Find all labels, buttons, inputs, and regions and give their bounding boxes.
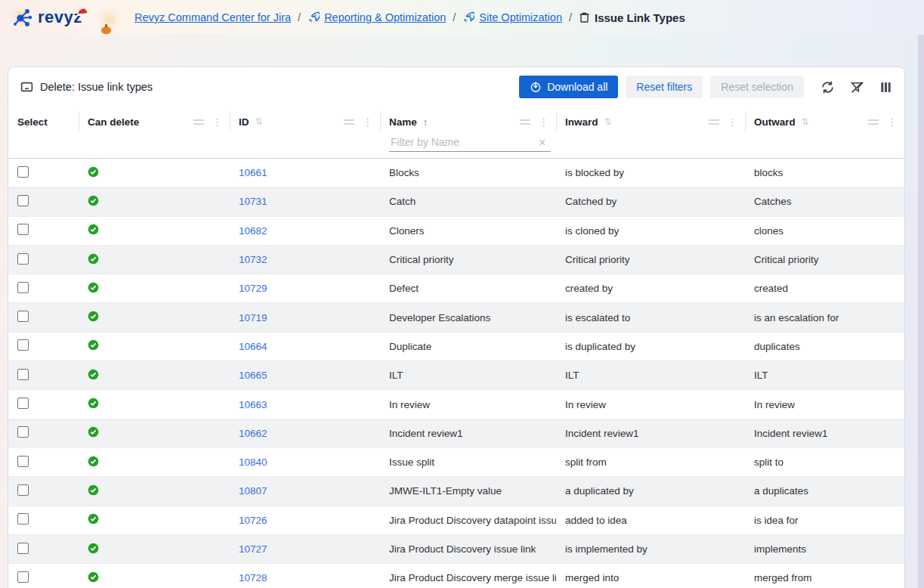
columns-icon[interactable] <box>879 81 892 94</box>
outward-cell: ILT <box>745 370 904 381</box>
inward-cell: is duplicated by <box>556 341 745 352</box>
row-checkbox[interactable] <box>17 398 29 409</box>
id-link[interactable]: 10732 <box>239 254 267 265</box>
row-checkbox[interactable] <box>17 571 29 583</box>
outward-cell: Catches <box>745 196 904 207</box>
id-link[interactable]: 10727 <box>239 543 267 555</box>
column-header-can-delete[interactable]: Can delete⋮ <box>79 111 230 132</box>
id-link[interactable]: 10662 <box>239 428 267 439</box>
refresh-icon[interactable] <box>820 80 835 94</box>
column-header-name[interactable]: Name↑⋮ <box>380 111 556 132</box>
sort-icon[interactable]: ⇅ <box>604 116 612 127</box>
id-link[interactable]: 10729 <box>239 283 267 294</box>
row-checkbox[interactable] <box>17 513 29 525</box>
column-header-controls: ⋮ <box>709 117 737 127</box>
column-menu-icon[interactable]: ⋮ <box>887 117 897 127</box>
id-link[interactable]: 10719 <box>239 312 267 323</box>
reset-filters-button[interactable]: Reset filters <box>626 76 703 98</box>
row-checkbox[interactable] <box>17 484 29 496</box>
column-menu-icon[interactable]: ⋮ <box>539 117 549 127</box>
breadcrumb-link-reporting-optimization[interactable]: Reporting & Optimization <box>324 11 446 23</box>
id-cell: 10662 <box>230 428 380 439</box>
name-cell: Developer Escalations <box>380 312 556 323</box>
column-header-label: Inward <box>565 116 598 128</box>
breadcrumb-separator: / <box>569 11 572 23</box>
row-checkbox[interactable] <box>17 426 29 438</box>
reset-filters-label: Reset filters <box>636 81 692 93</box>
breadcrumb-link-site-optimization[interactable]: Site Optimization <box>479 11 562 23</box>
clear-filter-icon[interactable]: × <box>539 136 545 150</box>
column-menu-icon[interactable]: ⋮ <box>728 117 737 127</box>
row-checkbox[interactable] <box>17 195 29 206</box>
row-checkbox[interactable] <box>17 369 29 380</box>
row-checkbox[interactable] <box>17 339 29 351</box>
id-link[interactable]: 10682 <box>239 225 267 237</box>
id-cell: 10727 <box>230 543 380 555</box>
table-row: 10727Jira Product Discovery issue linkis… <box>8 535 904 564</box>
select-cell <box>8 398 79 411</box>
filter-lines-icon[interactable] <box>344 119 355 125</box>
outward-cell: is an escalation for <box>745 312 904 323</box>
id-link[interactable]: 10731 <box>239 196 267 207</box>
row-checkbox[interactable] <box>17 224 29 235</box>
sort-icon[interactable]: ⇅ <box>802 116 809 127</box>
row-checkbox[interactable] <box>17 282 29 293</box>
inward-cell: is implemented by <box>556 543 745 555</box>
column-header-outward[interactable]: Outward⇅⋮ <box>745 111 904 132</box>
id-cell: 10663 <box>230 399 380 410</box>
vertical-scrollbar[interactable] <box>918 35 924 588</box>
row-checkbox[interactable] <box>17 543 29 554</box>
id-cell: 10732 <box>230 254 380 265</box>
id-link[interactable]: 10661 <box>239 167 267 178</box>
filter-lines-icon[interactable] <box>868 119 879 125</box>
id-link[interactable]: 10665 <box>239 370 267 381</box>
id-cell: 10807 <box>230 485 380 497</box>
outward-cell: Critical priority <box>745 254 904 265</box>
rocket-icon <box>307 11 320 23</box>
outward-cell: created <box>745 283 904 294</box>
inward-cell: is escalated to <box>556 312 745 323</box>
can-delete-check-icon <box>88 166 99 178</box>
row-checkbox[interactable] <box>17 456 29 467</box>
column-header-id[interactable]: ID⇅⋮ <box>230 111 380 132</box>
column-header-inward[interactable]: Inward⇅⋮ <box>556 111 745 132</box>
trash-icon <box>579 11 590 23</box>
id-link[interactable]: 10807 <box>239 485 267 497</box>
table-header-row: SelectCan delete⋮ID⇅⋮Name↑⋮Inward⇅⋮Outwa… <box>8 111 904 132</box>
can-delete-cell <box>79 339 230 353</box>
download-all-label: Download all <box>547 81 607 93</box>
filter-lines-icon[interactable] <box>520 119 531 125</box>
can-delete-check-icon <box>88 484 99 496</box>
column-menu-icon[interactable]: ⋮ <box>212 117 222 127</box>
download-all-button[interactable]: Download all <box>519 76 618 98</box>
row-checkbox[interactable] <box>17 166 29 178</box>
name-filter-input[interactable] <box>389 134 551 152</box>
id-link[interactable]: 10663 <box>239 399 267 410</box>
table-row: 10728Jira Product Discovery merge issue … <box>8 564 904 588</box>
reset-selection-button[interactable]: Reset selection <box>710 76 804 98</box>
row-checkbox[interactable] <box>17 311 29 322</box>
outward-cell: is idea for <box>745 515 904 526</box>
column-menu-icon[interactable]: ⋮ <box>363 117 372 127</box>
id-link[interactable]: 10728 <box>239 572 267 583</box>
id-cell: 10840 <box>230 456 380 468</box>
id-link[interactable]: 10840 <box>239 456 267 468</box>
outward-cell: Incident review1 <box>745 428 904 439</box>
can-delete-check-icon <box>88 369 99 380</box>
can-delete-check-icon <box>88 253 99 265</box>
name-cell: Catch <box>380 196 556 207</box>
breadcrumb-link-command-center[interactable]: Revyz Command Center for Jira <box>134 11 291 23</box>
filter-lines-icon[interactable] <box>193 119 205 125</box>
outward-cell: duplicates <box>745 341 904 352</box>
can-delete-cell <box>79 398 230 411</box>
outward-cell: split to <box>745 456 904 468</box>
filter-off-icon[interactable] <box>850 80 864 94</box>
id-link[interactable]: 10664 <box>239 341 267 352</box>
filter-lines-icon[interactable] <box>709 119 720 125</box>
column-header-select[interactable]: Select <box>8 111 79 132</box>
can-delete-check-icon <box>88 282 99 293</box>
sort-ascending-icon[interactable]: ↑ <box>423 116 428 128</box>
id-link[interactable]: 10726 <box>239 515 267 526</box>
row-checkbox[interactable] <box>17 253 29 265</box>
sort-icon[interactable]: ⇅ <box>255 116 263 127</box>
